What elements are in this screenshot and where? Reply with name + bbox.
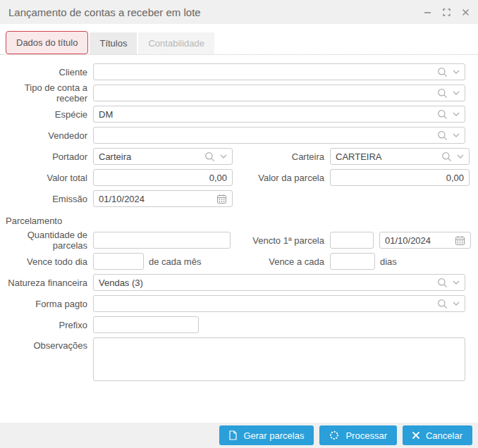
valor-total-label: Valor total — [0, 173, 93, 183]
chevron-down-icon[interactable] — [457, 154, 464, 158]
valor-total-value: 0,00 — [209, 173, 227, 183]
carteira-value: CARTEIRA — [336, 151, 382, 162]
tab-titulos[interactable]: Títulos — [90, 32, 137, 54]
search-icon[interactable] — [437, 67, 448, 77]
valor-parcela-label: Valor da parcela — [236, 173, 330, 183]
row-valores: Valor total 0,00 Valor da parcela 0,00 — [0, 169, 471, 186]
natureza-label: Natureza financeira — [0, 278, 93, 288]
row-forma-pagto: Forma pagto — [0, 295, 471, 312]
dialog-window: Lançamento de contas a receber em lote D… — [0, 0, 478, 448]
search-icon[interactable] — [437, 278, 448, 288]
close-icon — [412, 432, 419, 439]
qtd-parcelas-label: Quantidade de parcelas — [0, 230, 93, 251]
vence-todo-dia-label: Vence todo dia — [0, 256, 93, 267]
dias-text: dias — [380, 256, 397, 267]
qtd-parcelas-input[interactable] — [93, 232, 231, 249]
row-parcelas-vencto: Quantidade de parcelas Vencto 1ª parcela… — [0, 232, 471, 249]
chevron-down-icon[interactable] — [453, 301, 460, 306]
observacoes-textarea[interactable] — [93, 337, 465, 381]
row-prefixo: Prefixo — [0, 316, 471, 333]
row-especie: Espécie DM — [0, 106, 471, 123]
vendedor-lookup[interactable] — [93, 127, 465, 144]
footer-bar: Gerar parcelas Processar Cancelar — [0, 423, 478, 448]
forma-pagto-lookup[interactable] — [93, 295, 465, 312]
vence-todo-dia-input[interactable] — [93, 253, 144, 270]
emissao-date-input[interactable]: 01/10/2024 — [93, 190, 233, 207]
carteira-lookup[interactable]: CARTEIRA — [330, 148, 470, 165]
cancelar-label: Cancelar — [426, 430, 462, 441]
forma-pagto-label: Forma pagto — [0, 299, 93, 309]
row-vendedor: Vendedor — [0, 127, 471, 144]
gerar-parcelas-label: Gerar parcelas — [243, 430, 304, 441]
chevron-down-icon[interactable] — [453, 280, 460, 285]
cancelar-button[interactable]: Cancelar — [403, 425, 472, 445]
chevron-down-icon[interactable] — [453, 70, 460, 74]
spinner-icon — [329, 430, 339, 440]
cliente-label: Cliente — [0, 67, 93, 77]
cliente-lookup[interactable] — [93, 63, 465, 80]
prefixo-label: Prefixo — [0, 320, 93, 330]
natureza-value: Vendas (3) — [99, 278, 143, 288]
row-tipo-conta: Tipo de conta a receber — [0, 85, 471, 101]
row-emissao: Emissão 01/10/2024 — [0, 190, 471, 207]
vencto-parcela-num-input[interactable] — [330, 232, 374, 249]
dialog-title: Lançamento de contas a receber em lote — [8, 6, 201, 18]
search-icon[interactable] — [437, 299, 448, 309]
vendedor-label: Vendedor — [0, 130, 93, 141]
portador-lookup[interactable]: Carteira — [93, 148, 233, 165]
tab-dados-do-titulo[interactable]: Dados do título — [6, 31, 88, 54]
especie-label: Espécie — [0, 109, 93, 120]
processar-label: Processar — [345, 430, 387, 441]
portador-value: Carteira — [99, 151, 131, 162]
search-icon[interactable] — [441, 151, 452, 162]
search-icon[interactable] — [437, 109, 448, 120]
form-dados-do-titulo: Cliente Tipo de conta a receber — [0, 55, 478, 381]
tab-contabilidade[interactable]: Contabilidade — [138, 32, 214, 54]
especie-value: DM — [99, 109, 113, 120]
chevron-down-icon[interactable] — [453, 133, 460, 137]
natureza-lookup[interactable]: Vendas (3) — [93, 274, 465, 291]
portador-label: Portador — [0, 151, 93, 162]
carteira-label: Carteira — [236, 151, 330, 162]
title-bar: Lançamento de contas a receber em lote — [0, 0, 478, 24]
prefixo-input[interactable] — [93, 316, 199, 333]
search-icon[interactable] — [437, 130, 448, 141]
calendar-icon[interactable] — [455, 235, 465, 246]
tab-strip: Dados do título Títulos Contabilidade — [0, 24, 478, 55]
emissao-value: 01/10/2024 — [99, 194, 145, 204]
row-observacoes: Observações — [0, 337, 471, 381]
emissao-label: Emissão — [0, 194, 93, 204]
row-natureza: Natureza financeira Vendas (3) — [0, 274, 471, 291]
search-icon[interactable] — [437, 88, 448, 99]
close-icon[interactable] — [462, 8, 470, 16]
chevron-down-icon[interactable] — [453, 112, 460, 116]
row-cliente: Cliente — [0, 63, 471, 80]
row-vencimentos: Vence todo dia de cada mês Vence a cada … — [0, 253, 471, 270]
search-icon[interactable] — [204, 151, 215, 162]
tipo-conta-lookup[interactable] — [93, 85, 465, 101]
vence-a-cada-input[interactable] — [330, 253, 375, 270]
valor-total-input[interactable]: 0,00 — [93, 169, 233, 186]
vencto-parcela-date-input[interactable]: 01/10/2024 — [379, 232, 471, 249]
chevron-down-icon[interactable] — [453, 91, 460, 95]
observacoes-label: Observações — [0, 337, 93, 351]
valor-parcela-value: 0,00 — [446, 173, 464, 183]
window-controls — [424, 8, 470, 16]
gerar-parcelas-button[interactable]: Gerar parcelas — [219, 425, 314, 445]
chevron-down-icon[interactable] — [220, 154, 227, 158]
row-portador-carteira: Portador Carteira Carteira CARTEIRA — [0, 148, 471, 165]
vence-a-cada-label: Vence a cada — [236, 256, 330, 267]
file-icon — [229, 430, 237, 440]
valor-parcela-input[interactable]: 0,00 — [330, 169, 470, 186]
de-cada-mes-text: de cada mês — [149, 256, 201, 267]
parcelamento-section-title: Parcelamento — [0, 211, 471, 232]
processar-button[interactable]: Processar — [319, 425, 397, 445]
maximize-icon[interactable] — [443, 8, 451, 16]
minimize-icon[interactable] — [424, 8, 431, 16]
vencto-parcela-date-value: 01/10/2024 — [385, 235, 431, 246]
vencto-parcela-label: Vencto 1ª parcela — [236, 235, 330, 246]
calendar-icon[interactable] — [216, 194, 227, 204]
tipo-conta-label: Tipo de conta a receber — [0, 82, 93, 104]
especie-lookup[interactable]: DM — [93, 106, 465, 123]
